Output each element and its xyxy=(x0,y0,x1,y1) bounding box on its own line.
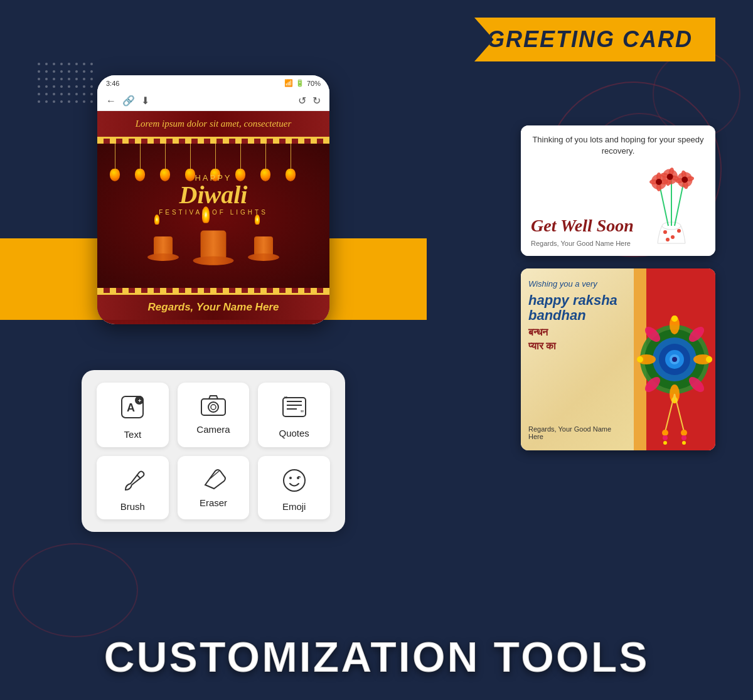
get-well-text-area: Get Well Soon Regards, Your Good Name He… xyxy=(531,215,634,248)
eraser-label: Eraser xyxy=(200,497,227,508)
raksha-card-content: Wishing you a very happy raksha bandhan … xyxy=(521,268,715,450)
pattern-bottom xyxy=(97,288,329,293)
svg-text:+: + xyxy=(138,398,141,404)
svg-text:A: A xyxy=(127,401,135,414)
svg-point-70 xyxy=(637,356,643,363)
candles xyxy=(147,221,279,258)
svg-rect-4 xyxy=(201,399,225,415)
redo-icon[interactable]: ↻ xyxy=(312,95,321,107)
back-icon[interactable]: ← xyxy=(106,95,116,107)
candle-left xyxy=(147,221,179,258)
undo-icon[interactable]: ↺ xyxy=(298,95,306,107)
diwali-main: happy Diwali FESTIVAL OF LIGHTS xyxy=(97,144,329,288)
raksha-left-content: Wishing you a very happy raksha bandhan … xyxy=(521,268,634,450)
greeting-banner: GREETING CARD xyxy=(474,18,715,61)
tool-quotes[interactable]: " " Quotes xyxy=(258,383,330,447)
phone-toolbar: ← 🔗 ⬇ ↺ ↻ xyxy=(97,91,329,111)
lorem-text: Lorem ipsum dolor sit amet, consectetuer xyxy=(97,111,329,139)
svg-point-77 xyxy=(681,435,686,440)
svg-point-71 xyxy=(706,356,712,363)
tool-camera[interactable]: Camera xyxy=(178,383,250,447)
phone-mockup: 3:46 📶 🔋 70% ← 🔗 ⬇ ↺ ↻ Lorem ipsum dolor… xyxy=(97,75,329,324)
share-icon[interactable]: 🔗 xyxy=(122,95,135,107)
svg-point-6 xyxy=(211,405,216,410)
svg-point-10 xyxy=(284,470,305,491)
festival-subtitle: FESTIVAL OF LIGHTS xyxy=(159,209,268,216)
curve-decoration-4 xyxy=(13,543,138,637)
svg-point-16 xyxy=(677,229,681,233)
quotes-label: Quotes xyxy=(279,428,309,438)
svg-text:": " xyxy=(301,408,304,418)
eraser-icon xyxy=(200,467,227,492)
get-well-top-text: Thinking of you lots and hoping for your… xyxy=(531,134,705,157)
svg-point-14 xyxy=(663,230,667,234)
svg-point-74 xyxy=(662,430,668,436)
svg-point-15 xyxy=(671,235,675,239)
diwali-label: Diwali xyxy=(159,183,268,208)
svg-point-12 xyxy=(297,477,299,479)
raksha-happy: happy raksha bandhan xyxy=(528,293,626,323)
raksha-footer: Regards, Your Good Name Here xyxy=(528,425,626,440)
pattern-top xyxy=(97,139,329,144)
diwali-title: happy Diwali FESTIVAL OF LIGHTS xyxy=(159,173,268,216)
download-icon[interactable]: ⬇ xyxy=(141,95,149,107)
dots-decoration xyxy=(38,63,93,103)
brush-icon xyxy=(119,467,146,496)
get-well-main-text: Get Well Soon xyxy=(531,215,634,236)
raksha-wishing: Wishing you a very xyxy=(528,278,626,290)
svg-point-76 xyxy=(663,435,668,440)
emoji-icon xyxy=(281,467,307,496)
curve-decoration-3 xyxy=(653,50,740,138)
signal-icon: 📶 xyxy=(284,79,293,87)
svg-point-75 xyxy=(681,430,687,436)
raksha-right-decoration xyxy=(634,268,715,450)
get-well-main-content: Get Well Soon Regards, Your Good Name He… xyxy=(531,163,705,247)
quotes-icon: " " xyxy=(281,394,307,423)
brush-label: Brush xyxy=(120,501,145,512)
text-icon: A + xyxy=(119,394,146,424)
banner-text: GREETING CARD xyxy=(487,26,693,52)
tool-eraser[interactable]: Eraser xyxy=(178,456,250,519)
svg-point-79 xyxy=(682,441,686,445)
get-well-footer: Regards, Your Good Name Here xyxy=(531,240,634,247)
svg-point-17 xyxy=(666,238,670,241)
tools-grid: A + Text Camera xyxy=(97,383,330,519)
battery-icon: 🔋 xyxy=(296,79,304,87)
svg-point-30 xyxy=(656,179,662,185)
candle-right xyxy=(248,221,279,258)
emoji-label: Emoji xyxy=(282,501,306,512)
raksha-hindi: बन्धनप्यार का xyxy=(528,326,626,354)
svg-point-5 xyxy=(208,402,218,412)
status-time: 3:46 xyxy=(106,80,119,87)
tool-brush[interactable]: Brush xyxy=(97,456,169,519)
camera-icon xyxy=(200,394,227,419)
cards-column: Thinking of you lots and hoping for your… xyxy=(521,125,715,450)
camera-label: Camera xyxy=(196,424,230,435)
get-well-soon-card: Thinking of you lots and hoping for your… xyxy=(521,125,715,256)
get-well-card-content: Thinking of you lots and hoping for your… xyxy=(521,125,715,256)
svg-point-59 xyxy=(672,357,677,362)
svg-point-78 xyxy=(663,441,667,445)
battery-percent: 70% xyxy=(307,80,321,87)
svg-line-20 xyxy=(675,181,684,226)
svg-point-68 xyxy=(671,316,678,322)
raksha-bandhan-card: Wishing you a very happy raksha bandhan … xyxy=(521,268,715,450)
flower-vase xyxy=(640,163,703,247)
svg-text:": " xyxy=(284,395,287,405)
tools-panel: A + Text Camera xyxy=(82,370,345,532)
tool-emoji[interactable]: Emoji xyxy=(258,456,330,519)
svg-point-11 xyxy=(289,477,292,479)
tool-text[interactable]: A + Text xyxy=(97,383,169,447)
diwali-regards: Regards, Your Name Here xyxy=(97,293,329,320)
phone-status-bar: 3:46 📶 🔋 70% xyxy=(97,75,329,91)
candle-center xyxy=(195,217,232,262)
text-label: Text xyxy=(124,429,142,440)
bottom-title: CUSTOMIZATION TOOLS xyxy=(0,632,753,681)
diwali-card: Lorem ipsum dolor sit amet, consectetuer xyxy=(97,111,329,324)
